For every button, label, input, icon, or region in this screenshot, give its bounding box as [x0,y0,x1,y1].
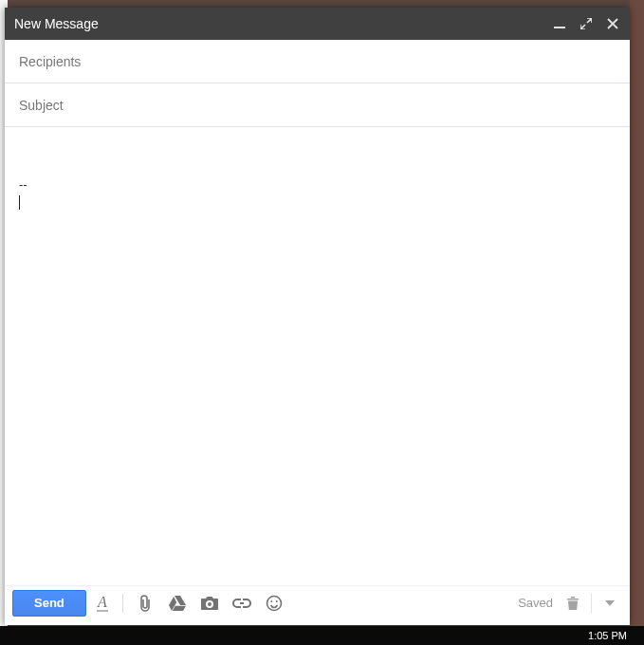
svg-point-4 [270,600,272,602]
background-right-strip [630,0,644,626]
compose-toolbar: Send A [5,585,630,625]
subject-field[interactable] [5,83,630,127]
compose-window: New Message -- [5,8,630,625]
recipients-input[interactable] [19,54,616,69]
minimize-icon[interactable] [552,16,567,31]
system-taskbar: 1:05 PM [0,626,644,645]
discard-draft-icon[interactable] [562,593,583,614]
window-header: New Message [5,8,630,40]
window-title: New Message [14,16,552,31]
close-icon[interactable] [605,16,620,31]
svg-point-5 [275,600,277,602]
text-cursor [19,195,20,210]
formatting-options-icon[interactable]: A [90,590,115,617]
insert-emoji-icon[interactable] [260,590,288,617]
message-body[interactable]: -- [5,127,630,585]
recipients-field[interactable] [5,40,630,83]
svg-rect-2 [97,610,108,612]
system-clock: 1:05 PM [588,630,627,641]
attach-file-icon[interactable] [131,590,159,617]
svg-rect-0 [554,27,565,28]
window-controls [552,16,620,31]
insert-photo-icon[interactable] [195,590,224,617]
toolbar-divider-right [591,593,592,614]
send-button[interactable]: Send [12,590,86,617]
signature-separator: -- [19,177,28,192]
subject-input[interactable] [19,98,616,113]
more-options-icon[interactable] [599,593,620,614]
svg-text:A: A [97,594,107,610]
saved-status: Saved [518,596,553,610]
insert-drive-icon[interactable] [163,590,192,617]
toolbar-divider [122,594,123,613]
expand-icon[interactable] [579,16,594,31]
insert-link-icon[interactable] [228,590,256,617]
